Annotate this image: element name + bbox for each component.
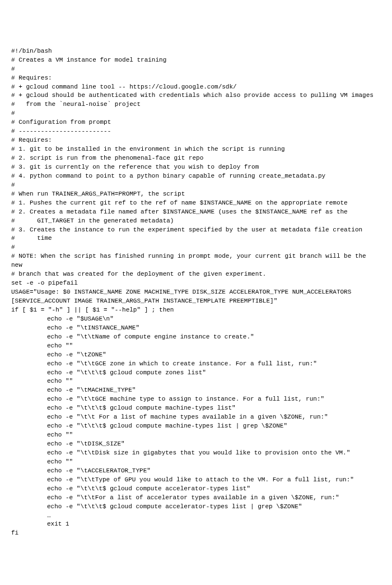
code-line: echo ""	[11, 458, 381, 467]
code-line: # NOTE: When the script has finished run…	[11, 252, 381, 270]
code-line: # Configuration from prompt	[11, 118, 381, 127]
code-line: echo -e "\t\tType of GPU you would like …	[11, 476, 381, 485]
code-line: echo -e "\t\t\t$ gcloud compute zones li…	[11, 369, 381, 378]
code-line: echo -e "\tACCELERATOR_TYPE"	[11, 467, 381, 476]
code-line: # 1. Pushes the current git ref to the r…	[11, 199, 381, 208]
code-line: # Requires:	[11, 74, 381, 83]
code-line: echo -e "\tDISK_SIZE"	[11, 440, 381, 449]
code-line: …	[11, 512, 381, 521]
code-line: fi	[11, 529, 381, 538]
code-line: echo -e "\t\t\t$ gcloud compute machine-…	[11, 422, 381, 431]
code-line: # time	[11, 234, 381, 243]
code-line: # branch that was created for the deploy…	[11, 270, 381, 279]
code-block: #!/bin/bash# Creates a VM instance for m…	[11, 47, 381, 538]
code-line: # 2. script is run from the phenomenal-f…	[11, 154, 381, 163]
code-line: # 3. git is currently on the reference t…	[11, 163, 381, 172]
code-line: echo -e "$USAGE\n"	[11, 315, 381, 324]
code-line: # + gcloud command line tool -- https://…	[11, 83, 381, 92]
code-line: # Creates a VM instance for model traini…	[11, 56, 381, 65]
code-line: #	[11, 65, 381, 74]
code-line: # When run TRAINER_ARGS_PATH=PROMPT, the…	[11, 190, 381, 199]
code-line: echo -e "\t\tGCE zone in which to create…	[11, 360, 381, 369]
code-line: echo -e "\tINSTANCE_NAME"	[11, 324, 381, 333]
code-line: # 1. git to be installed in the environm…	[11, 145, 381, 154]
code-line: echo -e "\t\tDisk size in gigabytes that…	[11, 449, 381, 458]
code-line: # 4. python command to point to a python…	[11, 172, 381, 181]
code-line: echo ""	[11, 377, 381, 386]
code-line: #!/bin/bash	[11, 47, 381, 56]
code-line: echo -e "\t\t\t$ gcloud compute machine-…	[11, 404, 381, 413]
code-line: # 3. Creates the instance to run the exp…	[11, 226, 381, 235]
code-line: # GIT_TARGET in the generated metadata)	[11, 217, 381, 226]
code-line: # from the `neural-noise` project	[11, 100, 381, 109]
code-line: echo -e "\t\tGCE machine type to assign …	[11, 395, 381, 404]
code-line: USAGE="Usage: $0 INSTANCE_NAME ZONE MACH…	[11, 288, 381, 306]
code-line: #	[11, 181, 381, 190]
code-line: # -------------------------	[11, 127, 381, 136]
code-line: echo -e "\t\tFor a list of accelerator t…	[11, 494, 381, 503]
code-line: echo -e "\t\tName of compute engine inst…	[11, 333, 381, 342]
code-line: if [ $1 = "-h" ] || [ $1 = "--help" ] ; …	[11, 306, 381, 315]
code-line: echo -e "\t\t\t$ gcloud compute accelera…	[11, 503, 381, 512]
code-line: # + gcloud should be authenticated with …	[11, 91, 381, 100]
code-line: echo ""	[11, 342, 381, 351]
code-line: echo -e "\tMACHINE_TYPE"	[11, 386, 381, 395]
code-line: #	[11, 109, 381, 118]
code-line: echo -e "\tZONE"	[11, 351, 381, 360]
code-line: set -e -o pipefail	[11, 279, 381, 288]
code-line: exit 1	[11, 520, 381, 529]
code-line: # Requires:	[11, 136, 381, 145]
code-line: #	[11, 243, 381, 252]
code-line: echo -e "\t\t\t$ gcloud compute accelera…	[11, 485, 381, 494]
code-line: echo ""	[11, 431, 381, 440]
code-line: echo -e "\t\t For a list of machine type…	[11, 413, 381, 422]
code-line: # 2. Creates a metadata file named after…	[11, 208, 381, 217]
